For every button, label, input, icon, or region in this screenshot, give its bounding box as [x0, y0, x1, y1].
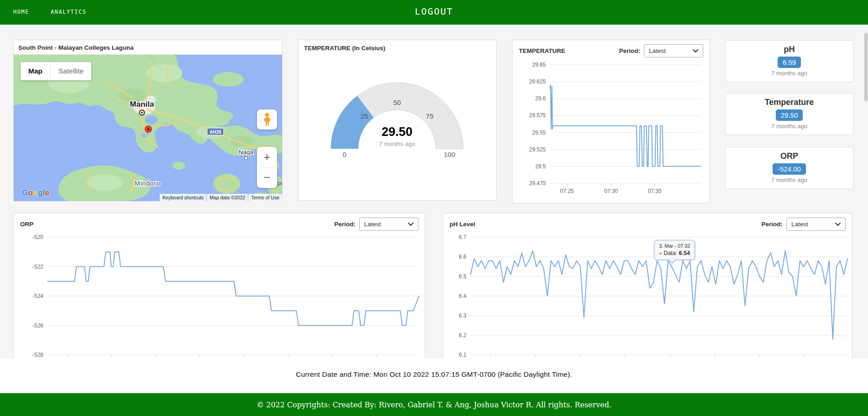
map-label-mindoro: Mindoro — [135, 180, 160, 187]
pegman-control[interactable] — [257, 109, 277, 130]
svg-text:6.4: 6.4 — [459, 293, 466, 299]
svg-text:6.5: 6.5 — [459, 273, 466, 280]
terms-of-use-link[interactable]: Terms of Use — [248, 194, 282, 201]
temperature-card-title: Temperature — [726, 98, 853, 107]
tooltip-value-row: ● Data: 6.54 — [659, 250, 690, 256]
svg-text:29.625: 29.625 — [529, 78, 546, 85]
orp-period-select[interactable]: Latest — [359, 218, 418, 231]
svg-text:6.6: 6.6 — [459, 254, 466, 260]
pegman-icon — [261, 113, 272, 126]
ph-period-value: Latest — [791, 221, 808, 228]
temperature-card: Temperature 29.50 7 months ago — [725, 93, 853, 135]
ph-chart-title: pH Level — [450, 221, 475, 228]
orp-card-ago: 7 months ago — [726, 177, 853, 183]
svg-text:29.575: 29.575 — [529, 112, 546, 119]
svg-text:6.2: 6.2 — [459, 332, 466, 338]
svg-text:29.6: 29.6 — [535, 95, 546, 102]
map-data-text: Map data ©2022 — [207, 194, 248, 201]
temperature-gauge-panel: TEMPERATURE (In Celsius) 025507510029.50… — [298, 40, 497, 201]
svg-text:-526: -526 — [32, 322, 43, 329]
manila-city-icon — [140, 110, 145, 115]
map-panel-header: South Point - Malayan Colleges Laguna — [14, 40, 282, 55]
chevron-down-icon — [408, 223, 413, 226]
map-zoom-control: + − — [257, 147, 277, 188]
svg-text:0: 0 — [343, 151, 346, 158]
svg-text:29.50: 29.50 — [382, 125, 413, 139]
svg-text:07:35: 07:35 — [648, 188, 662, 194]
gauge-title: TEMPERATURE (In Celsius) — [304, 45, 385, 52]
map-title: South Point - Malayan Colleges Laguna — [18, 44, 134, 51]
svg-text:7 months ago: 7 months ago — [379, 140, 415, 147]
svg-text:6.7: 6.7 — [459, 234, 466, 240]
period-label: Period: — [761, 221, 783, 228]
tooltip-value: 6.54 — [679, 250, 690, 256]
svg-text:-524: -524 — [32, 293, 43, 299]
series-dot-icon: ● — [659, 250, 662, 256]
chevron-down-icon — [835, 223, 841, 226]
chevron-down-icon — [693, 49, 698, 53]
temp-period-value: Latest — [649, 47, 666, 54]
temperature-gauge: 025507510029.507 months ago — [298, 58, 496, 186]
google-map[interactable]: AH26 Manila Naga Mindoro Map — [14, 55, 282, 201]
period-label: Period: — [334, 221, 356, 228]
tooltip-date: 3. Mar - 07:32 — [659, 243, 690, 249]
highway-badge-ah26: AH26 — [207, 128, 224, 135]
datetime-band: Current Date and Time: Mon Oct 10 2022 1… — [0, 359, 868, 393]
svg-text:29.65: 29.65 — [532, 62, 546, 68]
temperature-line-chart: 29.47529.529.52529.5529.57529.629.62529.… — [514, 59, 708, 198]
ph-chart-panel: pH Level Period: Latest 6.16.26.36.46.56… — [443, 213, 852, 370]
svg-text:29.5: 29.5 — [535, 163, 546, 170]
svg-text:29.525: 29.525 — [529, 146, 546, 153]
temperature-card-ago: 7 months ago — [726, 123, 853, 130]
map-label-manila: Manila — [130, 100, 154, 109]
ph-period-select[interactable]: Latest — [786, 218, 846, 231]
svg-text:6.3: 6.3 — [459, 312, 466, 319]
ph-card-title: pH — [726, 45, 853, 54]
period-label: Period: — [619, 47, 640, 54]
svg-text:6.1: 6.1 — [459, 352, 466, 358]
tooltip-label: Data: — [664, 250, 677, 256]
logout-button[interactable]: LOGOUT — [0, 6, 868, 17]
orp-chart-panel: ORP Period: Latest -528-526-524-522-520 — [13, 213, 425, 370]
ph-card-ago: 7 months ago — [726, 70, 853, 77]
dashboard-page: HOME ANALYTICS LOGOUT South Point - Mala… — [0, 0, 868, 416]
svg-text:07:30: 07:30 — [604, 188, 618, 194]
temp-chart-title: TEMPERATURE — [519, 47, 565, 54]
ph-card: pH 6.59 7 months ago — [725, 40, 853, 82]
map-panel: South Point - Malayan Colleges Laguna — [13, 40, 282, 199]
current-datetime-text: Current Date and Time: Mon Oct 10 2022 1… — [296, 370, 572, 381]
orp-period-value: Latest — [364, 221, 381, 228]
keyboard-shortcuts-link[interactable]: Keyboard shortcuts — [160, 194, 206, 201]
svg-text:29.475: 29.475 — [529, 180, 546, 187]
navbar: HOME ANALYTICS LOGOUT — [0, 0, 868, 25]
map-attribution: Keyboard shortcuts Map data ©2022 Terms … — [160, 194, 282, 201]
satellite-button[interactable]: Satellite — [50, 62, 91, 80]
svg-text:50: 50 — [393, 99, 401, 106]
page-footer: © 2022 Copyrights: Created By: Rivero, G… — [0, 393, 868, 416]
map-label-fragment: pi — [277, 180, 282, 187]
svg-text:29.55: 29.55 — [532, 130, 546, 136]
svg-text:75: 75 — [426, 112, 434, 120]
zoom-in-button[interactable]: + — [257, 147, 277, 167]
map-button[interactable]: Map — [21, 62, 50, 80]
chart-tooltip: 3. Mar - 07:32 ● Data: 6.54 — [654, 240, 695, 260]
orp-chart-title: ORP — [20, 221, 33, 228]
temp-period-select[interactable]: Latest — [644, 44, 703, 57]
temperature-card-value: 29.50 — [776, 109, 803, 121]
svg-text:07:25: 07:25 — [560, 188, 574, 194]
ph-line-chart: 6.16.26.36.46.56.66.7 — [444, 233, 852, 369]
google-logo[interactable]: Google — [22, 188, 49, 198]
map-marker[interactable] — [145, 126, 152, 132]
temperature-chart-panel: TEMPERATURE Period: Latest 29.47529.529.… — [512, 40, 710, 203]
orp-line-chart: -528-526-524-522-520 — [15, 233, 424, 369]
map-label-naga: Naga — [239, 149, 254, 156]
svg-text:AH26: AH26 — [209, 130, 221, 135]
copyright-text: © 2022 Copyrights: Created By: Rivero, G… — [256, 400, 612, 409]
orp-card: ORP -524.00 7 months ago — [725, 147, 853, 189]
svg-text:-528: -528 — [32, 352, 43, 358]
svg-text:-522: -522 — [32, 264, 43, 270]
svg-text:25: 25 — [361, 112, 368, 120]
zoom-out-button[interactable]: − — [257, 168, 277, 188]
svg-text:-520: -520 — [32, 234, 43, 240]
page-scrollbar[interactable] — [864, 33, 868, 101]
